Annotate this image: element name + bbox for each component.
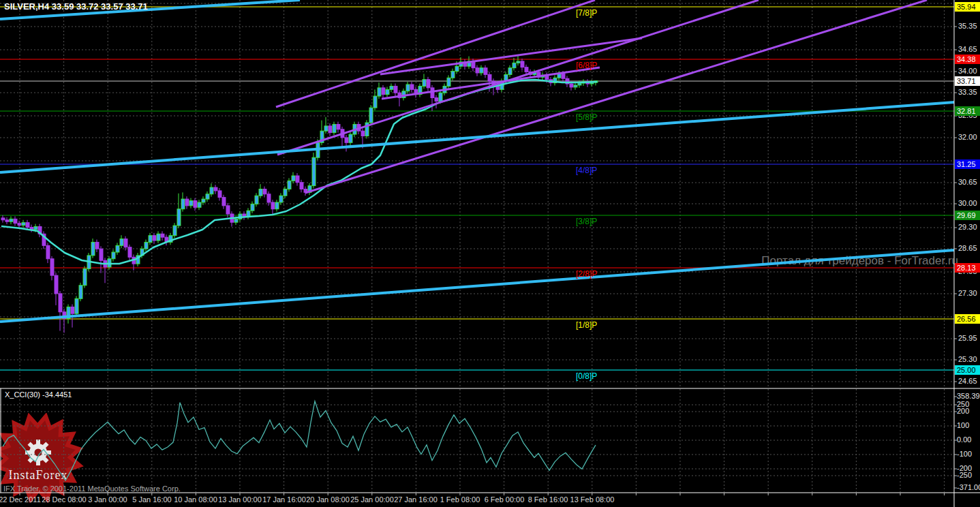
price-label: 34.00 (958, 67, 977, 75)
candle-body (189, 201, 193, 206)
candle-body (292, 176, 295, 181)
candle-body (386, 89, 389, 94)
candle-body (169, 236, 172, 243)
murrey-label: [2/8]P (576, 269, 597, 279)
candle-body (83, 268, 87, 285)
candle-body (492, 81, 495, 86)
candle-body (324, 126, 328, 131)
candle-body (128, 247, 132, 258)
candle-body (439, 93, 442, 101)
price-label: 28.65 (958, 244, 977, 252)
candle-body (181, 199, 185, 209)
candle-body (574, 85, 577, 87)
candle-body (463, 62, 467, 66)
cci-scale-label: 100 (957, 421, 969, 429)
candle-body (566, 78, 569, 84)
candle-body (243, 214, 246, 217)
candle-body (517, 61, 520, 63)
candle-body (198, 202, 201, 207)
price-label: 35.35 (958, 22, 977, 30)
price-label: 30.00 (958, 199, 977, 207)
candle-body (480, 68, 483, 73)
candle-body (459, 62, 463, 66)
candle-body (333, 124, 336, 132)
price-badge: 35.94 (955, 2, 980, 12)
candle-body (537, 72, 540, 77)
candle-body (239, 214, 242, 219)
time-label[interactable]: 6 Feb 00:00 (485, 495, 525, 504)
candle-body (320, 131, 324, 142)
price-label: 34.65 (958, 45, 977, 53)
candle-body (549, 80, 553, 83)
time-label[interactable]: 3 Jan 00:00 (88, 495, 127, 504)
candle-body (382, 88, 385, 95)
candle-body (504, 74, 508, 81)
price-badge: 28.13 (955, 263, 980, 273)
time-label[interactable]: 10 Jan 08:00 (174, 495, 217, 504)
time-label[interactable]: 27 Jan 16:00 (394, 495, 438, 504)
chart-canvas[interactable] (0, 0, 980, 507)
candle-body (455, 66, 459, 71)
time-label[interactable]: 17 Jan 16:00 (262, 495, 306, 504)
candle-body (312, 157, 316, 185)
price-badge: 32.81 (955, 106, 980, 116)
candle-body (562, 74, 565, 78)
candle-body (67, 307, 70, 318)
price-label: 30.65 (958, 178, 977, 186)
copyright-text: IFX Trader, © 2001-2011 MetaQuotes Softw… (3, 485, 181, 493)
candle-body (87, 256, 91, 268)
time-label[interactable]: 13 Feb 08:00 (570, 495, 615, 504)
time-label[interactable]: 5 Jan 16:00 (132, 495, 172, 504)
trend-line-purple (277, 0, 759, 155)
time-label[interactable]: 8 Feb 16:00 (528, 495, 568, 504)
candle-body (476, 68, 479, 73)
candle-body (284, 189, 287, 196)
candle-body (451, 72, 455, 78)
candle-body (177, 209, 181, 226)
candle-body (443, 86, 446, 93)
candle-body (255, 196, 258, 204)
candle-body (390, 86, 393, 89)
candle-body (218, 191, 221, 198)
candle-body (414, 89, 418, 94)
fortrader-watermark: Портал для трейдеров - ForTrader.ru (761, 254, 958, 268)
price-label: 25.95 (958, 334, 977, 342)
candle-body (279, 196, 283, 202)
candle-body (132, 257, 136, 264)
candle-body (5, 220, 9, 221)
murrey-label: [5/8]P (576, 112, 597, 122)
candle-body (173, 226, 177, 236)
candle-body (316, 142, 320, 157)
time-label[interactable]: 28 Dec 08:00 (42, 495, 86, 504)
time-label[interactable]: 13 Jan 00:00 (218, 495, 262, 504)
candle-body (165, 237, 168, 242)
candle-body (63, 312, 66, 319)
candle-body (402, 91, 405, 98)
candle-body (496, 86, 500, 89)
candle-body (153, 236, 156, 241)
candle-body (435, 97, 438, 101)
candle-body (472, 61, 475, 68)
indicator-label: X_CCI(30) -34.4451 (5, 390, 72, 399)
candle-body (468, 61, 471, 66)
price-badge: 26.56 (955, 314, 980, 324)
time-label[interactable]: 25 Jan 00:00 (350, 495, 394, 504)
candle-body (410, 84, 414, 89)
price-badge: 34.38 (955, 55, 980, 64)
time-label[interactable]: 1 Feb 08:00 (440, 495, 480, 504)
time-label[interactable]: 22 Dec 2011 (0, 495, 41, 504)
candle-body (210, 187, 213, 194)
mt4-chart-window: Портал для трейдеров - ForTrader.ru Inst… (0, 0, 980, 507)
candle-body (140, 249, 144, 256)
candle-body (99, 249, 103, 260)
candle-body (349, 134, 352, 142)
price-label: 29.30 (958, 223, 977, 231)
price-badge: 29.69 (955, 211, 980, 220)
trend-line-cyan (0, 102, 954, 172)
candle-body (251, 204, 254, 211)
time-label[interactable]: 20 Jan 08:00 (306, 495, 350, 504)
candle-body (378, 88, 381, 96)
price-label: 32.00 (958, 133, 977, 141)
candle-body (34, 227, 37, 230)
candle-body (194, 201, 197, 208)
